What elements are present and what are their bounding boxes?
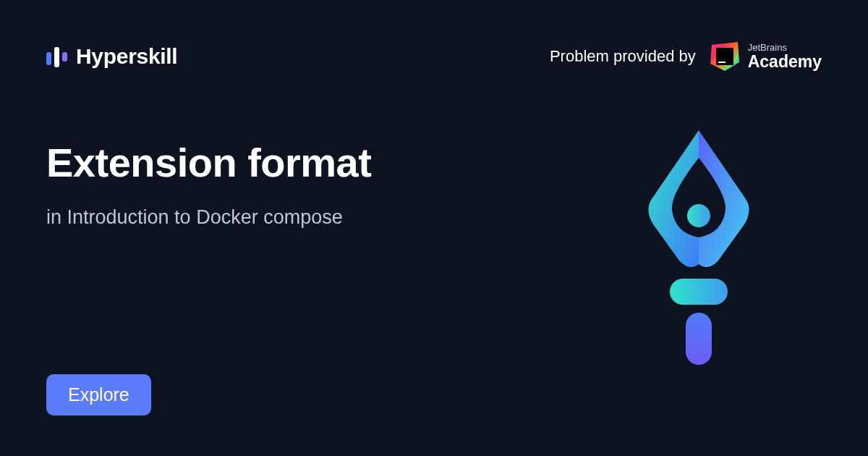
brand-logo: Hyperskill [46,44,177,69]
svg-rect-4 [670,279,728,305]
page-title: Extension format [46,139,605,186]
explore-button[interactable]: Explore [46,374,151,415]
provider-company-small: JetBrains [748,43,822,53]
hyperskill-icon [46,46,67,67]
svg-rect-5 [686,313,712,365]
jetbrains-icon [709,41,741,72]
decorative-illustration [605,123,793,369]
provider-company-big: Academy [748,53,822,70]
page-subtitle: in Introduction to Docker compose [46,206,605,229]
brand-name: Hyperskill [76,44,177,69]
svg-rect-2 [718,62,726,63]
provider-brand: JetBrains Academy [709,41,822,72]
provider-block: Problem provided by [550,41,822,72]
svg-point-3 [687,204,710,227]
provider-prefix: Problem provided by [550,47,696,66]
